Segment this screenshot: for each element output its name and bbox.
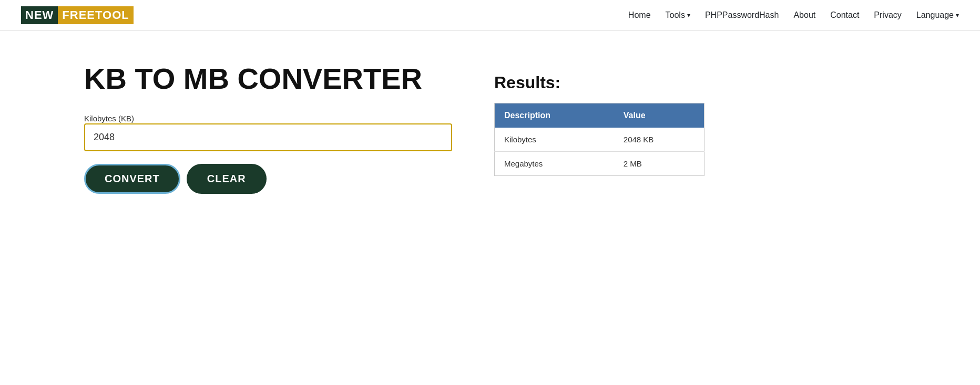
cell-value: 2048 KB (614, 128, 705, 152)
table-row: Megabytes2 MB (495, 152, 705, 176)
nav-link-language[interactable]: Language (916, 11, 959, 20)
button-row: CONVERT CLEAR (84, 164, 452, 194)
right-panel: Results: Description Value Kilobytes2048… (494, 63, 705, 348)
nav-item-about[interactable]: About (793, 11, 815, 20)
nav-links: Home Tools PHPPasswordHash About Contact… (628, 11, 959, 20)
table-header-row: Description Value (495, 103, 705, 128)
logo-new: NEW (21, 6, 58, 24)
nav-link-tools[interactable]: Tools (666, 11, 690, 20)
cell-description: Kilobytes (495, 128, 614, 152)
cell-description: Megabytes (495, 152, 614, 176)
cell-value: 2 MB (614, 152, 705, 176)
nav-link-privacy[interactable]: Privacy (874, 11, 901, 19)
nav-item-contact[interactable]: Contact (830, 11, 859, 20)
nav-item-privacy[interactable]: Privacy (874, 11, 901, 20)
nav-item-language[interactable]: Language (916, 11, 959, 20)
nav-link-about[interactable]: About (793, 11, 815, 19)
col-header-description: Description (495, 103, 614, 128)
kilobytes-input[interactable] (84, 123, 452, 151)
nav-item-home[interactable]: Home (628, 11, 651, 20)
nav-link-home[interactable]: Home (628, 11, 651, 19)
main-content: KB TO MB CONVERTER Kilobytes (KB) CONVER… (0, 31, 980, 379)
nav-item-tools[interactable]: Tools (666, 11, 690, 20)
input-label: Kilobytes (KB) (84, 114, 134, 123)
results-title: Results: (494, 73, 705, 92)
results-tbody: Kilobytes2048 KBMegabytes2 MB (495, 128, 705, 176)
page-title: KB TO MB CONVERTER (84, 63, 452, 95)
nav-link-phppasswordhash[interactable]: PHPPasswordHash (705, 11, 779, 19)
left-panel: KB TO MB CONVERTER Kilobytes (KB) CONVER… (84, 63, 452, 348)
convert-button[interactable]: CONVERT (84, 164, 180, 194)
logo[interactable]: NEWFREETOOL (21, 6, 134, 24)
clear-button[interactable]: CLEAR (187, 164, 267, 194)
results-table: Description Value Kilobytes2048 KBMegaby… (494, 103, 705, 176)
logo-freetool: FREETOOL (58, 6, 133, 24)
col-header-value: Value (614, 103, 705, 128)
nav-item-phppasswordhash[interactable]: PHPPasswordHash (705, 11, 779, 20)
table-row: Kilobytes2048 KB (495, 128, 705, 152)
navbar: NEWFREETOOL Home Tools PHPPasswordHash A… (0, 0, 980, 31)
nav-link-contact[interactable]: Contact (830, 11, 859, 19)
